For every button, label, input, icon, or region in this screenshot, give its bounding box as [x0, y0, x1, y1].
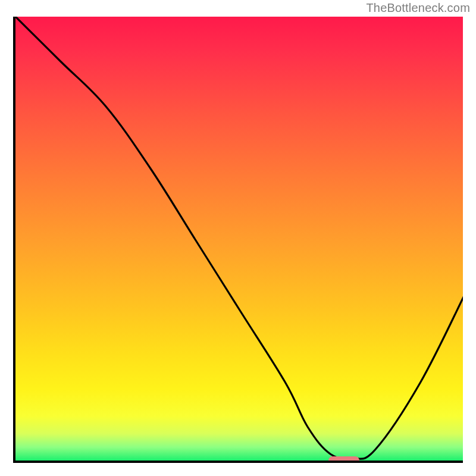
- bottleneck-curve: [15, 17, 463, 459]
- attribution-watermark: TheBottleneck.com: [366, 1, 470, 15]
- plot-area: [13, 17, 463, 463]
- curve-svg: [15, 17, 463, 463]
- optimal-marker: [328, 456, 359, 463]
- chart-container: TheBottleneck.com: [0, 0, 476, 476]
